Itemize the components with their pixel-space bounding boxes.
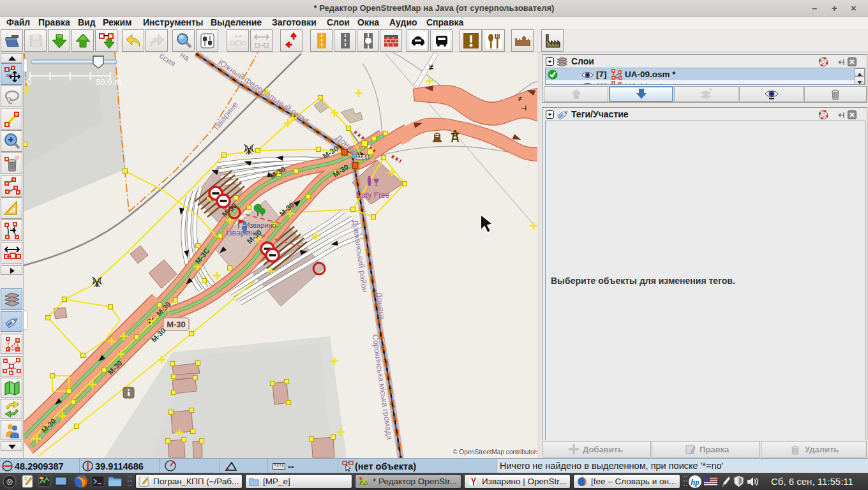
- svg-text:Ⓜ: Ⓜ: [6, 479, 13, 486]
- svg-text:М-30: М-30: [167, 320, 186, 329]
- svg-text:⊤: ⊤: [520, 105, 527, 111]
- svg-text:Duty Free: Duty Free: [356, 191, 390, 200]
- svg-text:Ізварине: Ізварине: [226, 228, 259, 237]
- svg-text:hp: hp: [691, 477, 700, 487]
- svg-text:50.0 m: 50.0 m: [96, 77, 121, 87]
- svg-text:© OpenStreetMap contributors: © OpenStreetMap contributors: [453, 449, 537, 456]
- svg-text:≠: ≠: [518, 95, 522, 102]
- svg-text:1184: 1184: [356, 154, 369, 160]
- svg-text:0: 0: [27, 77, 31, 87]
- svg-text:≠: ≠: [429, 63, 433, 72]
